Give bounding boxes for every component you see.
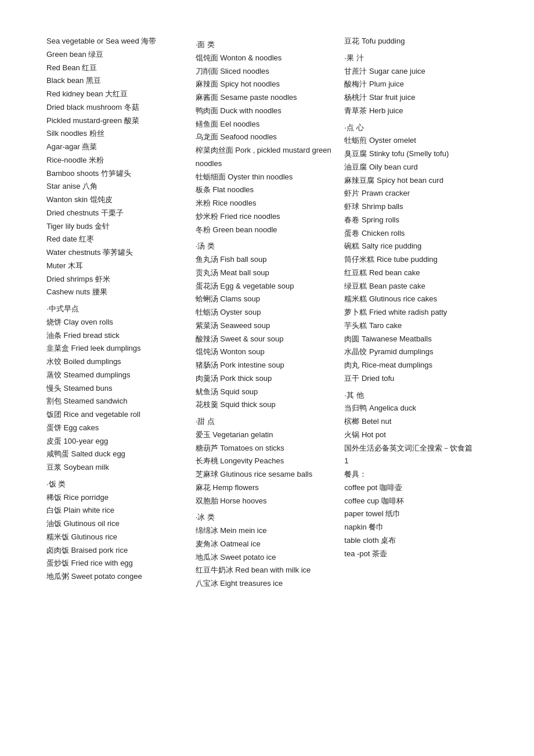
list-item: ·其 他 (344, 389, 488, 402)
list-item: 绿豆糕 Bean paste cake (344, 280, 488, 293)
list-item: 餐具： (344, 468, 488, 481)
list-item: 水饺 Boiled dumplings (46, 355, 190, 369)
list-item: Bamboo shoots 竹笋罐头 (46, 167, 190, 181)
list-item: 冬粉 Green bean noodle (196, 224, 339, 237)
list-item: coffee cup 咖啡杯 (344, 495, 488, 508)
column-3: 豆花 Tofu pudding·果 汁甘蔗汁 Sugar cane juice酸… (344, 35, 488, 560)
list-item: 杨桃汁 Star fruit juice (344, 91, 488, 105)
list-item: ·汤 类 (196, 240, 339, 253)
list-item: 1 (344, 455, 488, 468)
list-item: 麦角冰 Oatmeal ice (196, 538, 339, 551)
list-item: Tiger lily buds 金针 (46, 220, 190, 233)
list-item: Agar-agar 燕菜 (46, 141, 190, 154)
list-item: 地瓜冰 Sweet potato ice (196, 551, 339, 564)
list-item: 榨菜肉丝面 Pork , pickled mustard green (196, 144, 339, 157)
column-1: Sea vegetable or Sea weed 海带Green bean 绿… (46, 35, 196, 584)
list-item: 烧饼 Clay oven rolls (46, 316, 190, 329)
list-item: 甘蔗汁 Sugar cane juice (344, 65, 488, 78)
list-item: 水晶饺 Pyramid dumplings (344, 345, 488, 359)
list-item: Muter 木耳 (46, 260, 190, 273)
list-item: 乌龙面 Seafood noodles (196, 131, 339, 144)
list-item: napkin 餐巾 (344, 521, 488, 534)
list-item: 稀饭 Rice porridge (46, 491, 190, 505)
list-item: coffee pot 咖啡壶 (344, 481, 488, 495)
list-item: Black bean 黑豆 (46, 74, 190, 88)
list-item: 麻辣面 Spicy hot noodles (196, 78, 339, 91)
list-item: Red kidney bean 大红豆 (46, 88, 190, 101)
list-item: 豆干 Dried tofu (344, 372, 488, 386)
list-item: 牡蛎煎 Oyster omelet (344, 134, 488, 147)
list-item: table cloth 桌布 (344, 534, 488, 548)
list-item: noodles (196, 157, 339, 171)
list-item: tea -pot 茶壶 (344, 548, 488, 561)
list-item: Wanton skin 馄饨皮 (46, 193, 190, 207)
list-item: 猪肠汤 Pork intestine soup (196, 359, 339, 372)
list-item: 皮蛋 100-year egg (46, 435, 190, 448)
list-item: 蒸饺 Steamed dumplings (46, 369, 190, 382)
list-item: 咸鸭蛋 Salted duck egg (46, 448, 190, 461)
list-item: paper towel 纸巾 (344, 507, 488, 521)
list-item: 爱玉 Vegetarian gelatin (196, 429, 339, 442)
list-item: ·饭 类 (46, 478, 190, 491)
list-item: 芋头糕 Taro cake (344, 319, 488, 333)
list-item: 豆花 Tofu pudding (344, 35, 488, 48)
list-item: 麻辣豆腐 Spicy hot bean curd (344, 174, 488, 188)
list-item: ·果 汁 (344, 52, 488, 65)
list-item: Red Bean 红豆 (46, 62, 190, 75)
list-item: 馄饨汤 Wonton soup (196, 345, 339, 359)
list-item: 蛋花汤 Egg & vegetable soup (196, 280, 339, 293)
list-item: 白饭 Plain white rice (46, 504, 190, 517)
list-item: Green bean 绿豆 (46, 48, 190, 62)
list-item: ·中式早点 (46, 303, 190, 316)
list-item: Sea vegetable or Sea weed 海带 (46, 35, 190, 48)
list-item: 油饭 Glutinous oil rice (46, 517, 190, 531)
list-item: 臭豆腐 Stinky tofu (Smelly tofu) (344, 147, 488, 161)
list-item: 肉圆 Taiwanese Meatballs (344, 333, 488, 346)
list-item: 饭团 Rice and vegetable roll (46, 408, 190, 422)
list-item: 蛋卷 Chicken rolls (344, 227, 488, 240)
list-item: Rice-noodle 米粉 (46, 154, 190, 167)
list-item: 蛋饼 Egg cakes (46, 422, 190, 435)
main-content: Sea vegetable or Sea weed 海带Green bean 绿… (46, 35, 488, 591)
list-item: 牡蛎细面 Oyster thin noodles (196, 171, 339, 184)
list-item: 割包 Steamed sandwich (46, 395, 190, 408)
list-item: 麻花 Hemp flowers (196, 481, 339, 495)
list-item: 牡蛎汤 Oyster soup (196, 306, 339, 319)
list-item: 韭菜盒 Fried leek dumplings (46, 342, 190, 355)
list-item: 红豆牛奶冰 Red bean with milk ice (196, 564, 339, 577)
list-item: 贡丸汤 Meat ball soup (196, 267, 339, 280)
list-item: 慢头 Steamed buns (46, 382, 190, 395)
list-item: 红豆糕 Red bean cake (344, 267, 488, 280)
list-item: 青草茶 Herb juice (344, 105, 488, 118)
list-item: ·冰 类 (196, 511, 339, 524)
list-item: 地瓜粥 Sweet potato congee (46, 570, 190, 584)
list-item: 蛋炒饭 Fried rice with egg (46, 557, 190, 570)
list-item: 油条 Fried bread stick (46, 329, 190, 343)
list-item: Pickled mustard-green 酸菜 (46, 114, 190, 128)
column-2: ·面 类馄饨面 Wonton & noodles刀削面 Sliced noodl… (196, 35, 345, 591)
list-item: 板条 Flat noodles (196, 183, 339, 197)
list-item: Cashew nuts 腰果 (46, 286, 190, 299)
list-item: 花枝羹 Squid thick soup (196, 398, 339, 412)
list-item: ·甜 点 (196, 415, 339, 429)
list-item: Red date 红枣 (46, 233, 190, 246)
list-item: 筒仔米糕 Rice tube pudding (344, 253, 488, 267)
list-item: Dried shrimps 虾米 (46, 273, 190, 286)
list-item: 春卷 Spring rolls (344, 214, 488, 227)
list-item: 萝卜糕 Fried white radish patty (344, 306, 488, 319)
list-item: 卤肉饭 Braised pork rice (46, 544, 190, 557)
list-item: Water chestnuts 荸荠罐头 (46, 246, 190, 260)
list-item: Dried black mushroom 冬菇 (46, 101, 190, 114)
list-item: 豆浆 Soybean milk (46, 461, 190, 474)
list-item: 鳝鱼面 Eel noodles (196, 118, 339, 131)
list-item: 麻酱面 Sesame paste noodles (196, 91, 339, 105)
list-item: 炒米粉 Fried rice noodles (196, 210, 339, 224)
list-item: 长寿桃 Longevity Peaches (196, 455, 339, 468)
list-item: 八宝冰 Eight treasures ice (196, 577, 339, 591)
list-item: 虾球 Shrimp balls (344, 200, 488, 214)
list-item: 肉羹汤 Pork thick soup (196, 372, 339, 386)
list-item: 当归鸭 Angelica duck (344, 402, 488, 415)
list-item: Star anise 八角 (46, 180, 190, 193)
list-item: 糯米糕 Glutinous rice cakes (344, 293, 488, 306)
list-item: 蛤蜊汤 Clams soup (196, 293, 339, 306)
